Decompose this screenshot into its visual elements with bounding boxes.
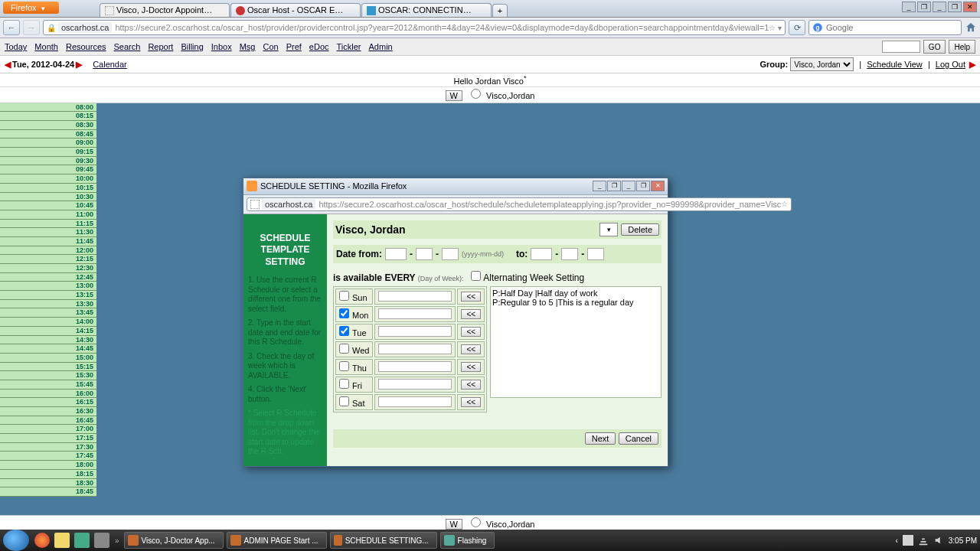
template-option[interactable]: P:Half Day |Half day of work <box>492 289 659 298</box>
time-slot[interactable]: 16:45 <box>0 416 96 425</box>
time-slot[interactable]: 15:15 <box>0 363 96 372</box>
day-template-input-tue[interactable] <box>378 326 452 337</box>
next-button[interactable]: Next <box>585 432 616 445</box>
cancel-button[interactable]: Cancel <box>619 432 658 445</box>
day-template-input-sun[interactable] <box>378 291 452 302</box>
day-template-input-mon[interactable] <box>378 308 452 319</box>
time-slot[interactable]: 10:30 <box>0 193 96 202</box>
time-slot[interactable]: 17:45 <box>0 452 96 461</box>
time-slot[interactable]: 09:15 <box>0 148 96 157</box>
time-slot[interactable]: 18:15 <box>0 470 96 479</box>
new-tab-button[interactable]: + <box>492 4 508 17</box>
time-slot[interactable]: 14:00 <box>0 318 96 327</box>
start-button[interactable] <box>3 530 29 551</box>
time-slot[interactable]: 12:45 <box>0 273 96 282</box>
search-box[interactable]: g <box>808 20 962 35</box>
time-slot[interactable]: 18:00 <box>0 461 96 470</box>
time-slot[interactable]: 12:15 <box>0 255 96 264</box>
forward-button[interactable]: → <box>23 20 40 35</box>
firefox-menu-button[interactable]: Firefox <box>3 2 59 14</box>
time-slot[interactable]: 14:15 <box>0 327 96 336</box>
time-slot[interactable]: 13:00 <box>0 282 96 291</box>
popup-max2[interactable]: ❐ <box>636 181 650 191</box>
menu-report[interactable]: Report <box>148 42 173 51</box>
time-slot[interactable]: 13:15 <box>0 291 96 300</box>
day-template-input-wed[interactable] <box>378 344 452 354</box>
time-slot[interactable]: 11:00 <box>0 210 96 220</box>
from-day[interactable] <box>442 248 459 260</box>
day-checkbox-sun[interactable] <box>339 291 349 301</box>
day-checkbox-mon[interactable] <box>339 308 349 318</box>
firefox-taskbar-icon[interactable] <box>34 533 50 548</box>
close-icon[interactable]: ✕ <box>963 2 977 12</box>
menu-month[interactable]: Month <box>34 42 58 51</box>
tray-network-icon[interactable] <box>918 535 929 546</box>
time-slot[interactable]: 09:30 <box>0 157 96 166</box>
popup-min2[interactable]: _ <box>622 181 635 191</box>
menu-edoc[interactable]: eDoc <box>309 42 329 51</box>
time-slot[interactable]: 09:45 <box>0 165 96 174</box>
reload-button[interactable]: ⟳ <box>789 20 805 35</box>
time-slot[interactable]: 12:00 <box>0 246 96 256</box>
alt-week-checkbox[interactable] <box>471 271 481 281</box>
popup-max1[interactable]: ❐ <box>607 181 621 191</box>
minimize-icon[interactable]: _ <box>933 2 946 12</box>
time-slot[interactable]: 15:45 <box>0 380 96 390</box>
template-list[interactable]: P:Half Day |Half day of workP:Regular 9 … <box>490 286 662 398</box>
schedule-view-link[interactable]: Schedule View <box>867 60 923 69</box>
group-select[interactable]: Visco, Jordan <box>790 57 854 71</box>
menu-inbox[interactable]: Inbox <box>211 42 232 51</box>
day-template-input-fri[interactable] <box>378 379 452 390</box>
time-slot[interactable]: 12:30 <box>0 264 96 273</box>
day-template-input-thu[interactable] <box>378 361 452 372</box>
provider-radio[interactable] <box>471 89 481 99</box>
template-option[interactable]: P:Regular 9 to 5 |This is a regular day <box>492 298 659 307</box>
time-slot[interactable]: 11:15 <box>0 220 96 229</box>
app-taskbar-icon[interactable] <box>74 533 90 548</box>
menu-resources[interactable]: Resources <box>66 42 106 51</box>
from-year[interactable] <box>385 248 407 260</box>
time-slot[interactable]: 11:30 <box>0 228 96 237</box>
time-slot[interactable]: 15:00 <box>0 354 96 363</box>
time-slot[interactable]: 16:30 <box>0 407 96 416</box>
time-slot[interactable]: 15:30 <box>0 371 96 380</box>
time-slot[interactable]: 18:30 <box>0 479 96 488</box>
popup-close[interactable]: ✕ <box>651 181 665 191</box>
time-slot[interactable]: 08:45 <box>0 130 96 139</box>
day-checkbox-tue[interactable] <box>339 326 349 336</box>
time-slot[interactable]: 08:15 <box>0 112 96 121</box>
day-checkbox-sat[interactable] <box>339 396 349 406</box>
time-slot[interactable]: 17:15 <box>0 434 96 443</box>
tray-flag-icon[interactable] <box>903 535 913 546</box>
menu-admin[interactable]: Admin <box>369 42 393 51</box>
help-button[interactable]: Help <box>949 40 975 54</box>
day-checkbox-wed[interactable] <box>339 344 349 354</box>
apply-template-button-tue[interactable]: << <box>461 327 481 337</box>
next-day-button[interactable]: ▶ <box>76 60 82 70</box>
prev-day-button[interactable]: ◀ <box>5 60 11 70</box>
back-button[interactable]: ← <box>3 20 20 35</box>
time-slot[interactable]: 16:15 <box>0 398 96 407</box>
search-input[interactable] <box>826 23 958 32</box>
time-slot[interactable]: 17:00 <box>0 425 96 434</box>
quick-search-input[interactable] <box>882 41 920 53</box>
to-year[interactable] <box>531 248 552 260</box>
time-slot[interactable]: 14:30 <box>0 336 96 345</box>
browser-tab-3[interactable]: OSCAR: CONNECTING CARE, CREATI... <box>361 3 492 17</box>
menu-tickler[interactable]: Tickler <box>337 42 361 51</box>
taskbar-task-1[interactable]: Visco, J-Doctor App... <box>124 532 224 549</box>
outer-restore-icon[interactable]: ❐ <box>917 2 931 12</box>
menu-con[interactable]: Con <box>263 42 278 51</box>
time-slot[interactable]: 08:00 <box>0 103 96 112</box>
day-template-input-sat[interactable] <box>378 396 452 407</box>
apply-template-button-sun[interactable]: << <box>461 292 481 302</box>
apply-template-button-thu[interactable]: << <box>461 362 481 372</box>
apply-template-button-fri[interactable]: << <box>461 380 481 390</box>
provider-dropdown[interactable]: ▾ <box>599 223 618 236</box>
apply-template-button-mon[interactable]: << <box>461 309 481 319</box>
from-month[interactable] <box>416 248 433 260</box>
next-arrow[interactable]: ▶ <box>969 60 975 69</box>
calendar-link[interactable]: Calendar <box>93 60 127 69</box>
tray-clock[interactable]: 3:05 PM <box>949 536 977 545</box>
browser-tab-2[interactable]: Oscar Host - OSCAR Electronic Medic... <box>230 3 361 17</box>
